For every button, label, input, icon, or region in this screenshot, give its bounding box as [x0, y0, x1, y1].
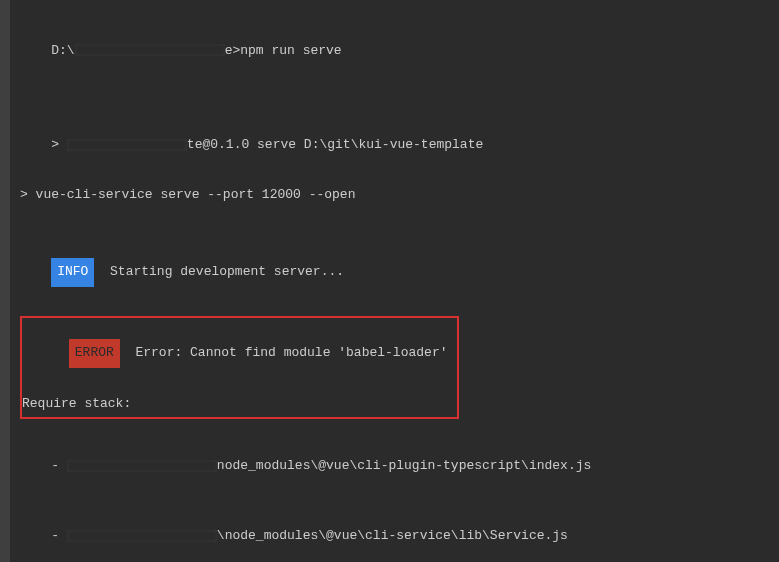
serve-command-line: > vue-cli-service serve --port 12000 --o… [20, 185, 769, 206]
error-highlight-box-1: ERROR Error: Cannot find module 'babel-l… [20, 316, 459, 419]
script-line-1: > te@0.1.0 serve D:\git\kui-vue-template [20, 114, 769, 176]
dash-prefix-2: - [51, 528, 67, 543]
npm-command: npm run serve [240, 43, 341, 58]
redacted-pkg [67, 139, 187, 151]
redacted-path-s1b [67, 530, 217, 542]
prompt-line: D:\e>npm run serve [20, 20, 769, 82]
info-text: Starting development server... [94, 264, 344, 279]
drive-letter: D:\ [51, 43, 74, 58]
redacted-path-s1a [67, 460, 217, 472]
info-line: INFO Starting development server... [20, 238, 769, 308]
path-suffix: e> [225, 43, 241, 58]
script-prefix: > [51, 137, 67, 152]
dash-prefix: - [51, 458, 67, 473]
redacted-path [75, 44, 225, 56]
require-stack-1: Require stack: [22, 394, 447, 415]
script-suffix: te@0.1.0 serve D:\git\kui-vue-template [187, 137, 483, 152]
stack1-suffix-1: node_modules\@vue\cli-plugin-typescript\… [217, 458, 591, 473]
info-badge: INFO [51, 258, 94, 287]
stack1-suffix-2: \node_modules\@vue\cli-service\lib\Servi… [217, 528, 568, 543]
stack1-line-2: - \node_modules\@vue\cli-service\lib\Ser… [20, 506, 769, 562]
terminal-output[interactable]: D:\e>npm run serve > te@0.1.0 serve D:\g… [10, 0, 779, 562]
error-badge: ERROR [69, 339, 120, 368]
left-gutter [0, 0, 10, 562]
stack1-line-1: - node_modules\@vue\cli-plugin-typescrip… [20, 435, 769, 497]
error-text-1: Error: Cannot find module 'babel-loader' [120, 345, 448, 360]
